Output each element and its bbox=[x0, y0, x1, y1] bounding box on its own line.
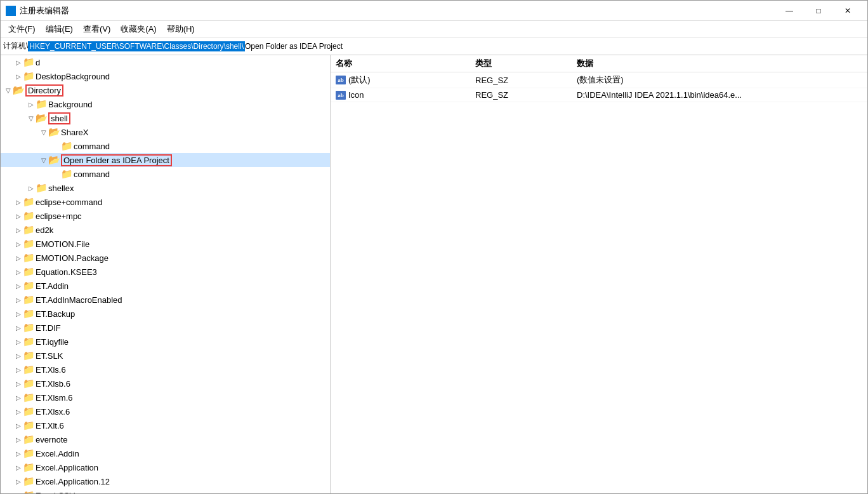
label-eclipse-mpc: eclipse+mpc bbox=[36, 211, 82, 221]
label-background: Background bbox=[48, 100, 92, 109]
tree-node-et-slk[interactable]: ▷ 📁 ET.SLK bbox=[1, 349, 330, 363]
folder-icon-et-xlsm6: 📁 bbox=[23, 393, 34, 402]
detail-type-default: REG_SZ bbox=[475, 76, 577, 85]
folder-icon-eclipse-cmd: 📁 bbox=[23, 197, 34, 206]
tree-node-equation[interactable]: ▷ 📁 Equation.KSEE3 bbox=[1, 265, 330, 279]
maximize-button[interactable]: □ bbox=[804, 1, 833, 21]
folder-icon-excel-csv: 📁 bbox=[23, 491, 34, 493]
folder-icon-sharex: 📂 bbox=[49, 128, 59, 137]
label-command1: command bbox=[74, 142, 110, 151]
title-bar: 注册表编辑器 — □ ✕ bbox=[1, 1, 867, 21]
tree-node-eclipse-cmd[interactable]: ▷ 📁 eclipse+command bbox=[1, 195, 330, 209]
label-et-xls6: ET.Xls.6 bbox=[36, 365, 66, 375]
folder-icon-equation: 📁 bbox=[23, 267, 34, 276]
menu-edit[interactable]: 编辑(E) bbox=[41, 22, 78, 37]
label-shellex: shellex bbox=[48, 184, 74, 193]
label-eclipse-cmd: eclipse+command bbox=[36, 197, 102, 207]
label-shell: shell bbox=[48, 112, 70, 124]
tree-node-excel-csv[interactable]: ▷ 📁 Excel.CSV bbox=[1, 488, 330, 493]
tree-node-background[interactable]: ▷ 📁 Background bbox=[1, 97, 330, 111]
label-d: d bbox=[36, 58, 40, 67]
label-et-xlsm6: ET.Xlsm.6 bbox=[36, 393, 73, 403]
label-et-xlt6: ET.Xlt.6 bbox=[36, 421, 64, 431]
address-highlighted: HKEY_CURRENT_USER\SOFTWARE\Classes\Direc… bbox=[28, 41, 245, 51]
folder-icon-background: 📁 bbox=[36, 100, 46, 109]
tree-node-sharex[interactable]: ▽ 📂 ShareX bbox=[1, 125, 330, 139]
folder-icon-directory: 📂 bbox=[13, 86, 23, 95]
label-et-slk: ET.SLK bbox=[36, 351, 63, 361]
tree-panel[interactable]: ▷ 📁 d ▷ 📁 DesktopBackground ▽ 📂 Director… bbox=[1, 55, 331, 493]
tree-node-command1[interactable]: ▷ 📁 command bbox=[1, 139, 330, 153]
detail-type-icon: REG_SZ bbox=[475, 90, 577, 100]
tree-node-et-addin[interactable]: ▷ 📁 ET.Addin bbox=[1, 279, 330, 293]
tree-node-et-xlsb6[interactable]: ▷ 📁 ET.Xlsb.6 bbox=[1, 377, 330, 391]
app-icon bbox=[6, 6, 16, 16]
folder-icon-eclipse-mpc: 📁 bbox=[23, 211, 34, 220]
folder-icon-ed2k: 📁 bbox=[23, 225, 34, 234]
label-et-xlsb6: ET.Xlsb.6 bbox=[36, 379, 70, 389]
label-emotion-file: EMOTION.File bbox=[36, 239, 89, 249]
minimize-button[interactable]: — bbox=[775, 1, 804, 21]
label-open-folder: Open Folder as IDEA Project bbox=[61, 154, 172, 166]
tree-node-et-backup[interactable]: ▷ 📁 ET.Backup bbox=[1, 307, 330, 321]
label-excel-app: Excel.Application bbox=[36, 463, 98, 472]
tree-node-shell[interactable]: ▽ 📂 shell bbox=[1, 111, 330, 125]
folder-icon-et-xlsx6: 📁 bbox=[23, 407, 34, 416]
tree-node-emotion-file[interactable]: ▷ 📁 EMOTION.File bbox=[1, 237, 330, 251]
tree-node-et-xlt6[interactable]: ▷ 📁 ET.Xlt.6 bbox=[1, 418, 330, 432]
folder-icon-et-iqyfile: 📁 bbox=[23, 337, 34, 346]
detail-panel: 名称 类型 数据 ab (默认) REG_SZ (数值未设置) ab Icon bbox=[331, 55, 867, 493]
ab-icon-default: ab bbox=[336, 76, 346, 84]
detail-header: 名称 类型 数据 bbox=[331, 55, 867, 72]
label-excel-csv: Excel.CSV bbox=[36, 491, 75, 494]
tree-node-desktopbg[interactable]: ▷ 📁 DesktopBackground bbox=[1, 69, 330, 83]
folder-icon-shell: 📂 bbox=[36, 114, 46, 123]
tree-node-et-xlsx6[interactable]: ▷ 📁 ET.Xlsx.6 bbox=[1, 404, 330, 418]
tree-node-et-dif[interactable]: ▷ 📁 ET.DIF bbox=[1, 321, 330, 335]
label-sharex: ShareX bbox=[61, 128, 88, 137]
tree-node-evernote[interactable]: ▷ 📁 evernote bbox=[1, 432, 330, 446]
tree-node-open-folder[interactable]: ▽ 📂 Open Folder as IDEA Project bbox=[1, 153, 330, 167]
tree-node-et-iqyfile[interactable]: ▷ 📁 ET.iqyfile bbox=[1, 335, 330, 349]
label-ed2k: ed2k bbox=[36, 225, 53, 235]
tree-node-et-xls6[interactable]: ▷ 📁 ET.Xls.6 bbox=[1, 363, 330, 377]
tree-node-directory[interactable]: ▽ 📂 Directory bbox=[1, 83, 330, 97]
folder-icon-excel-app12: 📁 bbox=[23, 477, 34, 486]
svg-rect-3 bbox=[11, 11, 16, 16]
folder-icon-et-xls6: 📁 bbox=[23, 365, 34, 374]
detail-data-default: (数值未设置) bbox=[577, 74, 862, 86]
address-rest: Open Folder as IDEA Project bbox=[245, 42, 343, 51]
folder-icon-et-dif: 📁 bbox=[23, 323, 34, 332]
label-et-iqyfile: ET.iqyfile bbox=[36, 337, 69, 347]
tree-node-eclipse-mpc[interactable]: ▷ 📁 eclipse+mpc bbox=[1, 209, 330, 223]
menu-favorites[interactable]: 收藏夹(A) bbox=[115, 22, 161, 37]
folder-icon-shellex: 📁 bbox=[36, 184, 46, 192]
tree-node-command2[interactable]: ▷ 📁 command bbox=[1, 167, 330, 181]
detail-row-default[interactable]: ab (默认) REG_SZ (数值未设置) bbox=[331, 72, 867, 88]
label-directory: Directory bbox=[25, 84, 63, 97]
address-bar: 计算机\ HKEY_CURRENT_USER\SOFTWARE\Classes\… bbox=[1, 37, 867, 55]
tree-node-et-addinmacro[interactable]: ▷ 📁 ET.AddInMacroEnabled bbox=[1, 293, 330, 307]
tree-node-d[interactable]: ▷ 📁 d bbox=[1, 55, 330, 69]
tree-node-excel-addin[interactable]: ▷ 📁 Excel.Addin bbox=[1, 446, 330, 460]
menu-file[interactable]: 文件(F) bbox=[3, 22, 41, 37]
folder-icon-command1: 📁 bbox=[62, 142, 72, 150]
folder-icon-evernote: 📁 bbox=[23, 435, 34, 444]
close-button[interactable]: ✕ bbox=[833, 1, 862, 21]
tree-node-emotion-pkg[interactable]: ▷ 📁 EMOTION.Package bbox=[1, 251, 330, 265]
tree-node-ed2k[interactable]: ▷ 📁 ed2k bbox=[1, 223, 330, 237]
detail-row-icon[interactable]: ab Icon REG_SZ D:\IDEA\IntelliJ IDEA 202… bbox=[331, 88, 867, 102]
tree-node-et-xlsm6[interactable]: ▷ 📁 ET.Xlsm.6 bbox=[1, 391, 330, 404]
label-et-xlsx6: ET.Xlsx.6 bbox=[36, 407, 70, 417]
menu-view[interactable]: 查看(V) bbox=[78, 22, 115, 37]
folder-icon-d: 📁 bbox=[23, 58, 34, 67]
tree-node-excel-app[interactable]: ▷ 📁 Excel.Application bbox=[1, 460, 330, 474]
folder-icon-et-xlt6: 📁 bbox=[23, 421, 34, 430]
tree-node-excel-app12[interactable]: ▷ 📁 Excel.Application.12 bbox=[1, 474, 330, 488]
tree-node-shellex[interactable]: ▷ 📁 shellex bbox=[1, 181, 330, 195]
menu-bar: 文件(F) 编辑(E) 查看(V) 收藏夹(A) 帮助(H) bbox=[1, 21, 867, 37]
label-excel-app12: Excel.Application.12 bbox=[36, 477, 110, 486]
menu-help[interactable]: 帮助(H) bbox=[162, 22, 200, 37]
folder-icon-et-addin: 📁 bbox=[23, 281, 34, 290]
folder-icon-et-xlsb6: 📁 bbox=[23, 379, 34, 388]
